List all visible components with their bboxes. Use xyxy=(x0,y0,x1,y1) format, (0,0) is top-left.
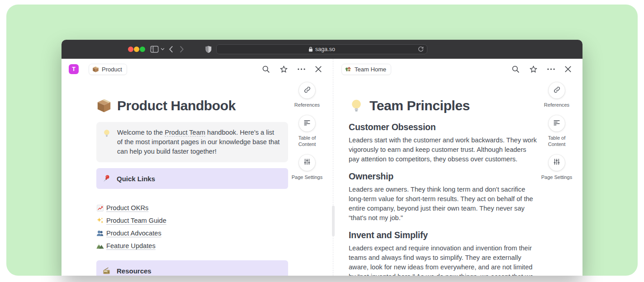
sidebar-toggle-icon[interactable] xyxy=(150,46,159,53)
url-text: saga.so xyxy=(315,46,335,52)
right-pane-tools: References Table of Content xyxy=(541,82,573,188)
search-icon[interactable] xyxy=(262,65,270,73)
pane-product-handbook: T Product xyxy=(62,59,333,276)
forward-button[interactable] xyxy=(180,46,184,53)
mountain-icon xyxy=(96,242,104,250)
package-icon xyxy=(92,66,99,73)
list-lines-icon xyxy=(553,119,560,128)
reload-icon[interactable] xyxy=(418,46,424,54)
pushpin-icon xyxy=(102,174,111,183)
browser-window: saga.so xyxy=(62,40,582,276)
left-pane-scrollbar[interactable] xyxy=(332,206,335,236)
table-of-content-button[interactable] xyxy=(549,115,565,132)
close-window-button[interactable] xyxy=(128,47,133,52)
house-with-garden-icon xyxy=(345,66,352,73)
more-options-icon[interactable] xyxy=(298,68,305,70)
left-pane-header: T Product xyxy=(62,59,333,80)
section-paragraph: Leaders are owners. They think long term… xyxy=(349,185,539,223)
link-icon xyxy=(303,86,311,95)
breadcrumb-label: Product xyxy=(102,66,122,73)
left-pane-tools: References Table of Content xyxy=(291,82,323,188)
lock-icon xyxy=(308,47,313,52)
more-options-icon[interactable] xyxy=(547,68,555,70)
light-bulb-icon xyxy=(349,98,364,113)
close-pane-icon[interactable] xyxy=(315,66,322,73)
busts-in-silhouette-icon xyxy=(96,230,104,237)
url-bar[interactable]: saga.so xyxy=(216,44,427,54)
right-pane-header: Team Home xyxy=(333,59,582,80)
page-settings-button[interactable] xyxy=(299,155,315,171)
section-heading: Invent and Simplify xyxy=(349,230,539,241)
sidebar-chevron-down-icon[interactable] xyxy=(161,48,165,51)
table-of-content-label: Table of Content xyxy=(541,135,573,147)
page-settings-label: Page Settings xyxy=(292,174,323,180)
breadcrumb[interactable]: Product xyxy=(89,64,127,75)
breadcrumb-label: Team Home xyxy=(355,66,386,73)
radio-icon xyxy=(102,267,111,275)
sliders-icon xyxy=(553,158,560,167)
product-handbook-article: Product Handbook Welcome t xyxy=(96,97,288,276)
back-button[interactable] xyxy=(169,46,173,53)
list-lines-icon xyxy=(303,119,311,128)
page-title: Product Handbook xyxy=(96,97,288,115)
chart-increasing-icon xyxy=(96,204,104,212)
callout-text: Welcome to the Product Team handbook. He… xyxy=(117,128,281,156)
page-settings-button[interactable] xyxy=(549,155,565,171)
favorite-star-icon[interactable] xyxy=(529,65,538,74)
page-settings-label: Page Settings xyxy=(541,174,573,180)
page-link[interactable]: Feature Updates xyxy=(96,242,288,250)
package-icon xyxy=(96,98,112,113)
references-label: References xyxy=(294,102,320,108)
workspace-avatar[interactable]: T xyxy=(69,64,79,74)
page-title: Team Principles xyxy=(349,97,539,115)
inline-page-reference[interactable]: Product Team xyxy=(165,129,205,136)
references-label: References xyxy=(544,102,569,108)
sparkles-icon xyxy=(96,217,104,225)
references-button[interactable] xyxy=(549,82,565,99)
resources-section-banner[interactable]: Resources xyxy=(96,260,288,276)
section-heading: Customer Obsession xyxy=(349,122,539,133)
close-pane-icon[interactable] xyxy=(564,66,572,73)
quick-links-list: Product OKRs Product Team Guide xyxy=(96,204,288,250)
search-icon[interactable] xyxy=(511,65,520,73)
page-link[interactable]: Product Advocates xyxy=(96,229,288,237)
pane-team-principles: Team Home xyxy=(333,59,582,276)
welcome-callout: Welcome to the Product Team handbook. He… xyxy=(96,122,288,162)
light-bulb-icon xyxy=(102,129,111,156)
references-button[interactable] xyxy=(299,82,315,99)
zoom-window-button[interactable] xyxy=(140,47,145,52)
section-heading: Ownership xyxy=(349,171,539,182)
page-link[interactable]: Product Team Guide xyxy=(96,216,288,225)
table-of-content-label: Table of Content xyxy=(291,135,323,147)
saga-split-view: T Product xyxy=(62,59,582,276)
team-principles-article: Team Principles Customer Obsession Leade… xyxy=(349,97,539,276)
table-of-content-button[interactable] xyxy=(299,115,315,132)
favorite-star-icon[interactable] xyxy=(279,65,288,74)
section-paragraph: Leaders expect and require innovation an… xyxy=(349,244,539,276)
screenshot-stage: saga.so xyxy=(0,0,644,282)
section-paragraph: Leaders start with the customer and work… xyxy=(349,136,539,164)
breadcrumb[interactable]: Team Home xyxy=(341,64,391,75)
browser-titlebar: saga.so xyxy=(62,40,582,59)
minimize-window-button[interactable] xyxy=(134,47,139,52)
link-icon xyxy=(553,86,561,95)
shield-privacy-icon[interactable] xyxy=(205,46,212,53)
sliders-icon xyxy=(303,158,311,167)
quick-links-section-banner[interactable]: Quick Links xyxy=(96,168,288,189)
page-link[interactable]: Product OKRs xyxy=(96,204,288,212)
